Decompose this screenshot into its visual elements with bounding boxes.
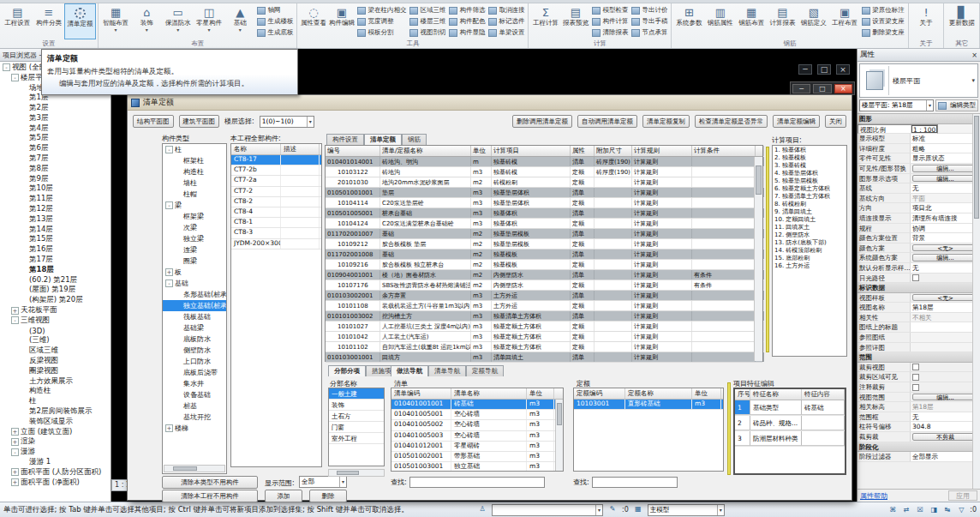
ribbon-small-button[interactable]: 宽度调整 xyxy=(357,16,406,27)
calc-rule-link[interactable]: 计算规则 xyxy=(632,322,692,331)
qd-table-row[interactable]: 10101027人工挖基坑(三类土 深度4m以内)m3独基定额土方体积定额计算规… xyxy=(326,322,762,332)
ribbon-button[interactable]: ◌属性查看 xyxy=(299,3,327,39)
section-row[interactable]: 装饰 xyxy=(329,400,384,411)
calc-item[interactable]: 15. 底部粉刷 xyxy=(774,255,845,262)
project-tree-item[interactable]: +渲染 xyxy=(0,436,111,447)
property-value[interactable]: 显示原状态 xyxy=(911,153,980,163)
calc-item[interactable]: 4. 独基垫层体积 xyxy=(774,170,845,177)
project-tree-item[interactable]: 第5层 xyxy=(0,134,111,144)
project-tree-item[interactable]: (60.2) 第21层 xyxy=(0,275,111,286)
property-row[interactable]: 详细程度粗略 xyxy=(858,144,980,154)
property-value[interactable]: 无 xyxy=(911,412,980,422)
property-row[interactable]: 裁剪区域可见 xyxy=(858,372,980,382)
property-checkbox[interactable] xyxy=(912,364,919,370)
ribbon-button[interactable]: ⌂装饰▾ xyxy=(131,3,162,39)
clear-project-unused-button[interactable]: 清除本工程不用构件 xyxy=(162,490,258,502)
project-tree-item[interactable]: 第17层 xyxy=(0,255,111,265)
design-option-dropdown[interactable]: 主模型▾ xyxy=(648,504,725,516)
column-header[interactable]: 单位 xyxy=(527,388,554,399)
calc-rule-link[interactable]: 计算规则 xyxy=(632,280,692,290)
feature-row[interactable]: 1基础类型砖基础 xyxy=(735,400,845,416)
ribbon-button[interactable]: Σ工程计算 xyxy=(530,3,560,39)
calc-item[interactable]: 8. 砖模粉刷 xyxy=(774,201,845,208)
property-edit-button[interactable]: 不剪裁 xyxy=(912,433,978,441)
column-header[interactable]: 编号 xyxy=(326,146,380,156)
project-tree-item[interactable]: -三维视图 xyxy=(0,316,111,326)
qd-table-row[interactable]: 011702001008基础m2独基模板清单计算规则 xyxy=(326,249,762,260)
architectural-plan-button[interactable]: 建筑平面图 xyxy=(179,115,220,128)
ribbon-small-button[interactable]: 生成楼板 xyxy=(257,16,293,27)
property-row[interactable]: 零件可见性显示原状态 xyxy=(858,153,980,164)
project-tree-item[interactable]: 圈梁视图 xyxy=(0,366,111,376)
ribbon-button[interactable]: ▥钢筋属性 xyxy=(705,3,736,39)
component-type-item[interactable]: 墙柱 xyxy=(163,177,226,189)
ribbon-small-button[interactable]: 构件显隐 xyxy=(449,27,485,39)
edit-qd-button[interactable]: 清单定额编辑 xyxy=(773,115,820,128)
property-value[interactable]: 背景 xyxy=(911,233,980,243)
close-button[interactable]: 关闭 xyxy=(825,115,846,128)
property-row[interactable]: 颜色方案<无> xyxy=(858,243,980,254)
properties-section-header[interactable]: 范围« xyxy=(858,352,980,363)
ribbon-button[interactable]: ▦钢筋布置 xyxy=(736,3,767,39)
qd-table-row[interactable]: 010401014001砖地沟、明沟m独基砖模清单砖厚度(190)计算规则 xyxy=(326,157,762,167)
section-tab[interactable]: 分部分项 xyxy=(328,365,366,376)
ribbon-small-button[interactable]: 视图剖切 xyxy=(409,27,445,39)
qd-table-row[interactable]: 011702001007基础m2独基垫层模板清单计算规则 xyxy=(326,229,762,239)
workset-dropdown[interactable]: ▾ xyxy=(492,504,603,516)
ribbon-button[interactable]: ▭保温防水▾ xyxy=(162,3,193,39)
de-find-input[interactable] xyxy=(592,477,678,488)
property-row[interactable]: 视图比例1 : 100 xyxy=(858,124,938,135)
select-by-face-icon[interactable]: ◨ xyxy=(929,505,939,514)
component-type-item[interactable]: 基坑开挖 xyxy=(163,412,226,423)
qd-table-row[interactable]: 20101030地沟20mm水泥砂浆面层m2砖模粉刷定额计算规则 xyxy=(326,177,762,188)
property-edit-button[interactable]: <无> xyxy=(912,294,978,302)
property-checkbox[interactable] xyxy=(912,274,919,281)
section-list-scrollbar[interactable] xyxy=(328,469,385,477)
property-row[interactable]: 方向项目北 xyxy=(858,203,980,213)
property-row[interactable]: 墙连接显示清理所有墙连接 xyxy=(858,213,980,224)
calc-rule-link[interactable]: 计算规则 xyxy=(632,198,692,207)
property-row[interactable]: 相关性不相关 xyxy=(858,313,980,323)
properties-section-header[interactable]: 阶段化« xyxy=(858,442,980,453)
project-tree-item[interactable]: 装饰区域显示 xyxy=(0,417,111,427)
project-tree-item[interactable]: 反梁视图 xyxy=(0,356,111,366)
qd-row[interactable]: 010401005003空心砖墙m3 xyxy=(391,431,563,442)
project-tree-item[interactable]: 第8层 xyxy=(0,164,111,174)
worksets-icon[interactable]: ♙ xyxy=(477,505,487,514)
project-tree-item[interactable]: (屋面) 第19层 xyxy=(0,286,111,296)
component-type-item[interactable]: 圈梁 xyxy=(163,255,226,267)
qd-table-row[interactable]: 010904001001楼（地）面卷材防水m2内侧壁防水清单计算规则有条件 xyxy=(326,270,762,280)
nav-tab[interactable]: 清单导航 xyxy=(428,365,466,376)
property-edit-button[interactable]: 编辑... xyxy=(912,394,978,401)
display-range-dropdown[interactable]: 全部▾ xyxy=(299,476,347,488)
property-row[interactable]: 颜色方案位置背景 xyxy=(858,233,980,243)
calc-item[interactable]: 9. 清单回填土 xyxy=(774,208,845,216)
component-type-item[interactable]: -梁 xyxy=(163,200,226,211)
calc-item[interactable]: 1. 独基体积 xyxy=(774,147,845,154)
main-tab[interactable]: 清单定额 xyxy=(364,134,402,145)
property-row[interactable]: 柱符号偏移304.8 xyxy=(858,422,980,432)
ribbon-button[interactable]: ≡构件分类 xyxy=(33,3,65,39)
select-underlay-icon[interactable]: ⇄ xyxy=(901,505,911,514)
ribbon-button[interactable]: ⊞系统参数 xyxy=(673,3,704,39)
component-type-item[interactable]: 底板防水 xyxy=(163,334,226,345)
delete-applied-qd-button[interactable]: 删除调用清单定额 xyxy=(512,115,572,128)
project-tree-item[interactable]: 第2层房间装饰展示 xyxy=(0,406,111,417)
component-row[interactable]: CT8-17 xyxy=(231,155,321,165)
component-type-item[interactable]: +楼梯 xyxy=(163,423,226,434)
property-row[interactable]: 裁剪视图 xyxy=(858,363,980,373)
ribbon-button[interactable]: ▣构件编辑 xyxy=(327,3,356,39)
component-type-item[interactable]: 筏板基础 xyxy=(163,311,226,322)
ribbon-button[interactable]: ▊更新数据 xyxy=(946,3,977,39)
project-tree-item[interactable]: 第6层 xyxy=(0,143,111,153)
calc-item[interactable]: 3. 独基砖模 xyxy=(774,162,845,170)
column-header[interactable]: 单位 xyxy=(692,388,721,399)
property-row[interactable]: 日光路径 xyxy=(858,274,980,284)
column-header[interactable]: 清单编码 xyxy=(391,388,451,399)
window-control[interactable]: ─ xyxy=(798,64,812,75)
ribbon-small-button[interactable]: 导出计价 xyxy=(631,5,667,16)
component-type-item[interactable]: 设备基础 xyxy=(163,389,226,400)
component-type-item[interactable]: 上口防水 xyxy=(163,356,226,367)
filter-icon[interactable]: ▽ xyxy=(956,505,966,514)
project-tree-item[interactable]: 第2层 xyxy=(0,103,111,113)
